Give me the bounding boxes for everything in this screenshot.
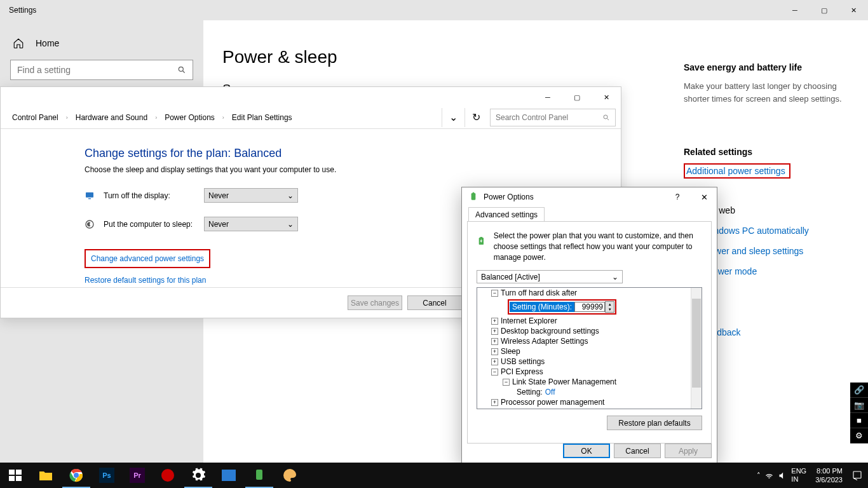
taskbar: Ps Pr ˄ ENG IN 8:00 PM 3/6/2023 <box>0 463 868 488</box>
close-button[interactable]: ✕ <box>839 0 868 20</box>
expand-icon[interactable]: + <box>491 318 498 325</box>
expand-icon[interactable]: + <box>491 399 498 406</box>
tab-advanced[interactable]: Advanced settings <box>468 207 545 222</box>
link-advanced-power[interactable]: Change advanced power settings <box>91 254 204 263</box>
minimize-button[interactable]: ─ <box>780 0 810 20</box>
widget-video-icon[interactable]: ■ <box>850 413 868 428</box>
tree-pci-setting[interactable]: Setting: Off <box>477 387 702 397</box>
tray-chevron-icon[interactable]: ˄ <box>757 471 761 480</box>
cancel-button[interactable]: Cancel <box>407 295 462 310</box>
crumb-3[interactable]: Edit Plan Settings <box>229 112 295 123</box>
clock-time: 8:00 PM <box>815 466 843 475</box>
po-cancel-button[interactable]: Cancel <box>614 444 661 458</box>
expand-icon[interactable]: + <box>491 328 498 335</box>
tree-sleep[interactable]: +Sleep <box>477 346 702 356</box>
hdd-minutes-input[interactable] <box>574 302 605 312</box>
cp-subheading: Choose the sleep and display settings th… <box>85 165 621 174</box>
notification-icon[interactable] <box>851 470 863 481</box>
taskbar-paint[interactable] <box>275 463 305 488</box>
crumb-1[interactable]: Hardware and Sound <box>73 112 150 123</box>
refresh-button[interactable]: ↻ <box>465 108 487 127</box>
tree-ie[interactable]: +Internet Explorer <box>477 316 702 326</box>
help-button[interactable]: ? <box>668 193 686 201</box>
system-tray: ˄ ENG IN 8:00 PM 3/6/2023 <box>757 466 868 485</box>
taskbar-settings[interactable] <box>183 463 214 488</box>
crumb-0[interactable]: Control Panel <box>10 112 61 123</box>
tree-hdd[interactable]: −Turn off hard disk after <box>477 288 702 298</box>
taskbar-record[interactable] <box>153 463 183 488</box>
start-button[interactable] <box>0 463 31 488</box>
palette-icon <box>282 468 297 483</box>
cp-close-button[interactable]: ✕ <box>592 87 621 107</box>
search-icon <box>602 114 610 121</box>
svg-rect-14 <box>16 476 22 481</box>
taskbar-clock[interactable]: 8:00 PM 3/6/2023 <box>810 466 848 485</box>
svg-rect-10 <box>480 237 483 238</box>
svg-rect-18 <box>853 471 861 478</box>
home-icon <box>13 37 24 49</box>
taskbar-photoshop[interactable]: Ps <box>92 463 122 488</box>
settings-search[interactable] <box>10 60 193 80</box>
taskbar-explorer[interactable] <box>31 463 61 488</box>
spinner-down[interactable]: ▾ <box>606 307 614 312</box>
po-close-button[interactable]: ✕ <box>691 193 717 202</box>
gear-icon <box>191 468 206 483</box>
tree-proc[interactable]: +Processor power management <box>477 397 702 407</box>
scrollbar-thumb[interactable] <box>692 299 701 388</box>
spinner[interactable]: ▴▾ <box>605 301 614 313</box>
collapse-icon[interactable]: − <box>491 290 498 297</box>
spinner-up[interactable]: ▴ <box>606 302 614 307</box>
battery-icon <box>252 468 267 483</box>
folder-icon <box>38 468 53 483</box>
ok-button[interactable]: OK <box>563 444 610 458</box>
home-nav[interactable]: Home <box>10 32 193 54</box>
link-additional-power[interactable]: Additional power settings <box>686 166 785 176</box>
cp-search[interactable] <box>490 109 616 126</box>
pci-value[interactable]: Off <box>545 388 555 396</box>
expand-icon[interactable]: + <box>491 348 498 355</box>
widget-gear-icon[interactable]: ⚙ <box>850 428 868 444</box>
home-label: Home <box>36 38 59 48</box>
taskbar-app1[interactable] <box>214 463 244 488</box>
widget-camera-icon[interactable]: 📷 <box>850 398 868 413</box>
settings-search-input[interactable] <box>17 65 177 75</box>
expand-icon[interactable]: + <box>491 338 498 345</box>
taskbar-power[interactable] <box>244 463 275 488</box>
sleep-select[interactable]: Never⌄ <box>204 217 298 231</box>
tree-desktop[interactable]: +Desktop background settings <box>477 326 702 336</box>
wifi-icon[interactable] <box>764 471 774 480</box>
app-icon <box>222 470 236 481</box>
lang-1[interactable]: ENG <box>791 467 806 475</box>
taskbar-chrome[interactable] <box>61 463 92 488</box>
tree-pci-link[interactable]: −Link State Power Management <box>477 377 702 387</box>
tree-scrollbar[interactable] <box>691 288 702 409</box>
maximize-button[interactable]: ▢ <box>810 0 839 20</box>
display-label: Turn off the display: <box>104 191 195 200</box>
save-button: Save changes <box>348 295 402 310</box>
tip-heading: Save energy and battery life <box>684 62 853 72</box>
photoshop-icon: Ps <box>99 468 114 483</box>
tree-wireless[interactable]: +Wireless Adapter Settings <box>477 336 702 346</box>
svg-rect-8 <box>473 193 475 194</box>
volume-icon[interactable] <box>778 471 787 480</box>
tree-pci[interactable]: −PCI Express <box>477 367 702 377</box>
collapse-icon[interactable]: − <box>503 379 510 386</box>
tree-usb[interactable]: +USB settings <box>477 356 702 367</box>
sleep-label: Put the computer to sleep: <box>104 220 195 229</box>
chrome-icon <box>69 468 84 483</box>
cp-maximize-button[interactable]: ▢ <box>562 87 592 107</box>
cp-search-input[interactable] <box>496 113 602 122</box>
clock-date: 3/6/2023 <box>815 475 843 484</box>
collapse-icon[interactable]: − <box>491 369 498 376</box>
expand-icon[interactable]: + <box>491 358 498 365</box>
widget-link-icon[interactable]: 🔗 <box>850 383 868 398</box>
display-select[interactable]: Never⌄ <box>204 188 298 203</box>
lang-2[interactable]: IN <box>791 475 806 484</box>
crumb-2[interactable]: Power Options <box>162 112 217 123</box>
taskbar-premiere[interactable]: Pr <box>122 463 153 488</box>
po-title: Power Options <box>484 193 534 201</box>
dropdown-button[interactable]: ⌄ <box>442 108 465 127</box>
restore-defaults-button[interactable]: Restore plan defaults <box>607 416 702 430</box>
cp-minimize-button[interactable]: ─ <box>533 87 562 107</box>
plan-select[interactable]: Balanced [Active]⌄ <box>477 270 623 283</box>
